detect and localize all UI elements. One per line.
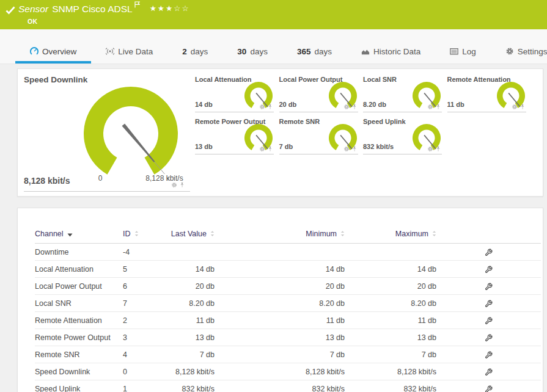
tab-historic-data[interactable]: Historic Data [347,29,435,64]
pin-icon[interactable] [435,146,441,152]
tab-2-days[interactable]: 2days [167,29,222,64]
tab-label: days [250,47,268,56]
channel-id: 3 [123,329,167,346]
table-row-remote-snr: Remote SNR47 db7 db7 db [35,346,541,363]
table-row-local-power-output: Local Power Output620 db20 db20 db [35,278,541,295]
pin-icon[interactable] [351,104,358,110]
sort-both-icon [432,230,436,239]
sort-both-icon [340,230,345,239]
wrench-icon[interactable] [485,247,493,256]
tab-label: days [191,47,208,56]
channel-name: Speed Downlink [35,363,123,380]
channel-id: 1 [123,380,167,392]
gauge-action-icons [259,104,273,110]
gear-icon[interactable] [343,104,350,110]
tab-log[interactable]: Log [435,29,491,64]
area-chart-icon [361,47,370,56]
wrench-icon[interactable] [485,333,493,341]
sensor-type-label: Sensor [18,4,48,14]
flag-icon[interactable] [134,1,140,8]
pin-icon[interactable] [519,104,526,110]
table-row-local-attenuation: Local Attenuation514 db14 db14 db [35,261,541,278]
tab-label: Live Data [118,47,153,56]
wrench-icon[interactable] [485,384,493,392]
channel-id: 2 [123,312,167,329]
mini-gauge-remote-power-output: Remote Power Output 13 db [195,116,274,154]
wrench-icon[interactable] [485,264,493,273]
gauge-scale-min: 0 [91,174,109,183]
gauge-action-icons [427,104,441,110]
channel-last-value [167,244,215,261]
star-rating[interactable]: ★★★☆☆ [150,4,190,13]
pin-icon[interactable] [435,104,441,110]
table-row-speed-uplink: Speed Uplink1832 kbit/s832 kbit/s832 kbi… [35,380,541,392]
gear-icon[interactable] [259,146,265,152]
gear-icon[interactable] [427,146,433,152]
channel-last-value: 7 db [167,346,215,363]
channel-maximum: 8,128 kbit/s [345,363,436,380]
mini-gauge-remote-attenuation: Remote Attenuation 11 db [447,74,526,112]
wrench-icon[interactable] [485,281,493,290]
mini-gauge-local-attenuation: Local Attenuation 14 db [195,74,274,112]
channel-maximum [345,244,436,261]
pin-icon[interactable] [179,182,185,188]
gear-icon[interactable] [343,146,350,152]
wrench-icon[interactable] [485,299,493,307]
gauge-action-icons [343,146,358,152]
mini-gauge-value: 11 db [447,101,464,108]
channel-name: Local Power Output [35,278,123,295]
column-header-last-value[interactable]: Last Value [167,225,215,244]
column-header-maximum[interactable]: Maximum [345,225,436,244]
table-row-speed-downlink: Speed Downlink08,128 kbit/s8,128 kbit/s8… [35,363,541,380]
tab-days-number: 365 [297,47,311,56]
mini-gauge-title: Local SNR [363,76,397,83]
table-row-downtime: Downtime-4 [35,244,541,261]
primary-gauge-dial: x [83,85,179,184]
gear-icon[interactable] [427,104,433,110]
channel-minimum: 13 db [215,329,345,346]
prtg-sensor-page: SensorSNMP Cisco ADSL ★★★☆☆ OK OverviewL… [0,0,547,392]
page-title: SNMP Cisco ADSL [52,4,133,14]
channel-minimum: 14 db [215,261,345,278]
column-header-channel[interactable]: Channel [35,225,123,244]
mini-gauge-local-snr: Local SNR 8.20 db [363,74,442,112]
channel-minimum: 832 kbit/s [215,380,345,392]
channel-name: Local SNR [35,295,123,312]
wrench-icon[interactable] [485,350,493,358]
wrench-icon[interactable] [485,367,493,376]
gauge-scale-max: 8,128 kbit/s [128,174,201,183]
tab-30-days[interactable]: 30days [222,29,282,64]
tab-live-data[interactable]: Live Data [91,29,167,64]
sort-both-icon [134,230,139,239]
mini-gauge-value: 20 db [279,101,297,108]
channel-maximum: 7 db [345,346,436,363]
sensor-status-header: SensorSNMP Cisco ADSL ★★★☆☆ OK [0,0,547,29]
gear-icon[interactable] [259,104,265,110]
column-header-id[interactable]: ID [123,225,167,244]
gauge-action-icons [512,104,526,110]
column-header-minimum[interactable]: Minimum [215,225,345,244]
pin-icon[interactable] [267,146,273,152]
pin-icon[interactable] [351,146,358,152]
mini-gauge-value: 13 db [195,143,213,150]
tab-label: Log [462,47,476,56]
table-row-remote-power-output: Remote Power Output313 db13 db13 db [35,329,541,346]
sort-down-icon [67,230,73,239]
tab-settings[interactable]: Settings [491,29,547,64]
mini-gauge-remote-snr: Remote SNR 7 db [279,116,358,154]
channel-minimum: 11 db [215,312,345,329]
mini-gauge-value: 7 db [279,143,293,150]
channel-minimum: 8,128 kbit/s [215,363,345,380]
tab-365-days[interactable]: 365days [282,29,347,64]
primary-gauge-title: Speed Downlink [24,75,87,84]
channel-minimum: 8.20 db [215,295,345,312]
wrench-icon[interactable] [485,316,493,324]
gear-icon[interactable] [512,104,518,110]
tab-label: days [314,47,332,56]
pin-icon[interactable] [267,104,273,110]
gear-icon[interactable] [171,182,177,188]
table-row-remote-attenuation: Remote Attenuation211 db11 db11 db [35,312,541,329]
tab-label: Historic Data [373,47,420,56]
tab-overview[interactable]: Overview [15,29,91,64]
gauge-action-icons [259,146,273,152]
